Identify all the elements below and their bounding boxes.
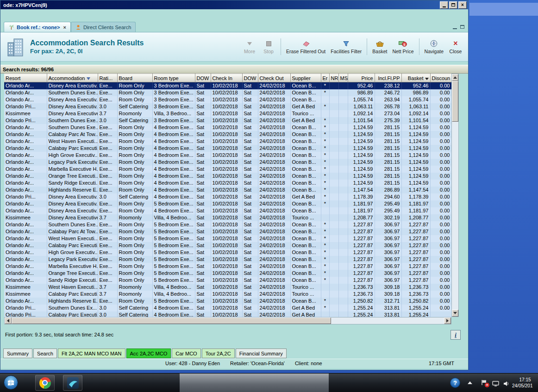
table-cell[interactable]: 3 Bedroom Exe...: [152, 96, 195, 103]
table-cell[interactable]: 1,236.73: [401, 291, 430, 298]
table-cell[interactable]: 24/02/2018: [258, 89, 290, 96]
table-cell[interactable]: 0.00: [430, 103, 451, 110]
table-cell[interactable]: [338, 180, 348, 187]
table-cell[interactable]: Room Only: [117, 82, 152, 89]
table-cell[interactable]: 10/02/2018: [211, 180, 242, 187]
table-cell[interactable]: Room Only: [117, 96, 152, 103]
table-cell[interactable]: 313.81: [375, 311, 401, 317]
table-cell[interactable]: [329, 207, 338, 214]
table-cell[interactable]: Orlando Pri...: [4, 311, 47, 317]
table-cell[interactable]: 0.00: [430, 200, 451, 207]
table-cell[interactable]: 10/02/2018: [211, 166, 242, 173]
table-cell[interactable]: Exe...: [98, 249, 117, 256]
table-cell[interactable]: 281.15: [375, 124, 401, 131]
table-cell[interactable]: Ocean B...: [290, 138, 321, 145]
table-cell[interactable]: 1,063.11: [348, 103, 375, 110]
table-cell[interactable]: 10/02/2018: [211, 263, 242, 270]
table-cell[interactable]: 0.00: [430, 221, 451, 228]
table-cell[interactable]: *: [321, 298, 329, 305]
table-cell[interactable]: 24/02/2018: [258, 166, 290, 173]
table-cell[interactable]: Orlando Ar...: [4, 166, 47, 173]
table-cell[interactable]: 1,227.87: [348, 228, 375, 235]
table-cell[interactable]: 1,255.24: [401, 311, 430, 317]
table-cell[interactable]: Orlando Ar...: [4, 235, 47, 242]
table-row[interactable]: Orlando Ar...Highlands Reserve E...Exe..…: [4, 298, 451, 305]
table-cell[interactable]: Exe...: [98, 200, 117, 207]
table-cell[interactable]: Sat: [195, 221, 211, 228]
table-cell[interactable]: Ocean B...: [290, 242, 321, 249]
table-cell[interactable]: 275.39: [375, 117, 401, 124]
table-cell[interactable]: *: [321, 221, 329, 228]
table-cell[interactable]: Ocean B...: [290, 82, 321, 89]
table-cell[interactable]: 306.97: [375, 277, 401, 284]
table-cell[interactable]: Ocean B...: [290, 221, 321, 228]
table-cell[interactable]: 5 Bedroom Exe...: [152, 235, 195, 242]
table-cell[interactable]: 4 Bedroom Exe...: [152, 187, 195, 193]
table-cell[interactable]: Ocean B...: [290, 228, 321, 235]
table-cell[interactable]: Roomonly: [117, 214, 152, 221]
table-cell[interactable]: Southern Dunes Exe...: [47, 124, 98, 131]
filter-icon[interactable]: [87, 77, 90, 80]
table-cell[interactable]: Sat: [242, 138, 258, 145]
table-cell[interactable]: Southern Dunes Exe...: [47, 117, 98, 124]
table-cell[interactable]: [329, 103, 338, 110]
table-cell[interactable]: 1,101.54: [401, 117, 430, 124]
scroll-left-button[interactable]: [5, 317, 12, 324]
table-cell[interactable]: [338, 305, 348, 311]
table-cell[interactable]: Room Only: [117, 145, 152, 152]
table-cell[interactable]: Calabay Parc Executi...: [47, 242, 98, 249]
table-cell[interactable]: 10/02/2018: [211, 277, 242, 284]
table-cell[interactable]: *: [321, 235, 329, 242]
table-cell[interactable]: Sat: [242, 207, 258, 214]
minimize-button[interactable]: [440, 1, 448, 9]
table-cell[interactable]: 3.0: [98, 103, 117, 110]
table-row[interactable]: Orlando Ar...Marbella Executive H...Exe.…: [4, 166, 451, 173]
table-cell[interactable]: Legacy Park Executiv...: [47, 159, 98, 166]
table-cell[interactable]: 10/02/2018: [211, 193, 242, 200]
table-cell[interactable]: Calabay Parc Executi...: [47, 291, 98, 298]
basket-button[interactable]: Basket: [372, 40, 387, 54]
table-cell[interactable]: 0.00: [430, 173, 451, 180]
table-cell[interactable]: 1,147.54: [401, 187, 430, 193]
table-cell[interactable]: [329, 89, 338, 96]
table-cell[interactable]: Calabay Parc Executi...: [47, 145, 98, 152]
table-cell[interactable]: 309.18: [375, 284, 401, 291]
table-cell[interactable]: Orlando Ar...: [4, 152, 47, 159]
horizontal-scrollbar[interactable]: [4, 317, 451, 324]
table-cell[interactable]: 1,181.97: [401, 200, 430, 207]
table-cell[interactable]: [329, 256, 338, 263]
table-cell[interactable]: Room Only: [117, 173, 152, 180]
table-cell[interactable]: Orlando Pri...: [4, 305, 47, 311]
table-cell[interactable]: Orange Tree Executi...: [47, 173, 98, 180]
table-cell[interactable]: [338, 207, 348, 214]
table-cell[interactable]: 1,227.87: [401, 249, 430, 256]
table-cell[interactable]: Roomonly: [117, 110, 152, 117]
table-cell[interactable]: 1,227.87: [401, 221, 430, 228]
table-cell[interactable]: Room Only: [117, 152, 152, 159]
table-cell[interactable]: Self Catering: [117, 193, 152, 200]
table-cell[interactable]: 24/02/2018: [258, 187, 290, 193]
table-cell[interactable]: 1,124.59: [348, 180, 375, 187]
table-cell[interactable]: Orlando Ar...: [4, 221, 47, 228]
table-cell[interactable]: 0.00: [430, 214, 451, 221]
table-cell[interactable]: Room Only: [117, 277, 152, 284]
taskbar-app-button[interactable]: [63, 375, 82, 391]
table-cell[interactable]: Sat: [242, 228, 258, 235]
table-cell[interactable]: 5 Bedroom Exe...: [152, 263, 195, 270]
table-cell[interactable]: 24/02/2018: [258, 110, 290, 117]
table-cell[interactable]: [329, 277, 338, 284]
column-header-basket[interactable]: Basket: [401, 74, 430, 82]
table-cell[interactable]: Ocean B...: [290, 256, 321, 263]
table-cell[interactable]: 286.89: [375, 187, 401, 193]
table-cell[interactable]: Room Only: [117, 221, 152, 228]
table-cell[interactable]: *: [321, 138, 329, 145]
table-cell[interactable]: 4 Bedroom Exe...: [152, 311, 195, 317]
table-cell[interactable]: 10/02/2018: [211, 305, 242, 311]
table-cell[interactable]: Sat: [242, 159, 258, 166]
table-cell[interactable]: 0.00: [430, 207, 451, 214]
table-row[interactable]: Orlando Ar...Orange Tree Executi...Exe..…: [4, 270, 451, 277]
table-cell[interactable]: 1,124.59: [348, 159, 375, 166]
table-cell[interactable]: Sat: [242, 242, 258, 249]
table-cell[interactable]: Marbella Executive H...: [47, 263, 98, 270]
table-cell[interactable]: 306.97: [375, 256, 401, 263]
